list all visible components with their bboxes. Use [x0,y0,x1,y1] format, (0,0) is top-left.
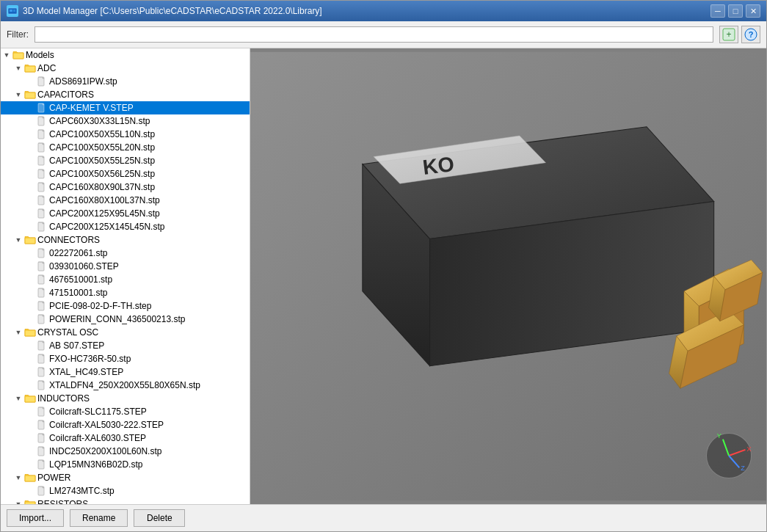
file-icon [36,300,48,312]
add-model-button[interactable]: + [719,26,738,43]
tree-item-cap-kemet[interactable]: CAP-KEMET V.STEP [1,101,250,114]
tree-item-xtal_hc49[interactable]: XTAL_HC49.STEP [1,365,250,379]
tree-item-capc100x50x56l25[interactable]: CAPC100X50X56L25N.stp [1,167,250,181]
preview-panel: KO [250,48,766,504]
file-icon [36,155,48,167]
tree-label-capc200x125x145l45: CAPC200X125X145L45N.stp [48,222,164,232]
maximize-button[interactable]: □ [728,4,743,18]
folder-icon [24,498,36,504]
tree-item-fxo_hc736r[interactable]: FXO-HC736R-50.stp [1,352,250,365]
tree-item-pcie098[interactable]: PCIE-098-02-D-F-TH.step [1,299,250,313]
filter-input[interactable] [34,26,713,43]
tree-label-ads8691ipw: ADS8691IPW.stp [48,76,117,87]
tree-item-indc250x200[interactable]: INDC250X200X100L60N.stp [1,445,250,458]
tree-label-crystal_osc: CRYSTAL OSC [36,327,98,338]
tree-item-resistors[interactable]: ▼ RESISTORS [1,498,250,504]
tree-item-capc160x80x100l37[interactable]: CAPC160X80X100L37N.stp [1,194,250,207]
svg-text:Z: Z [741,464,745,472]
close-button[interactable]: ✕ [746,4,760,18]
tree-item-connectors[interactable]: ▼ CONNECTORS [1,233,250,247]
tree-label-capc160x80x90l37: CAPC160X80X90L37N.stp [48,182,155,192]
tree-label-471510001: 471510001.stp [48,288,107,298]
tree-item-022272061[interactable]: 022272061.stp [1,247,250,260]
tree-label-capc100x50x55l10: CAPC100X50X55L10N.stp [48,129,155,139]
title-bar-left: 3D Model Manager [C:\Users\Public\eCADST… [7,5,322,17]
expand-icon: ▼ [12,234,24,246]
svg-rect-8 [25,66,35,72]
app-icon [7,5,18,17]
svg-text:X: X [747,445,752,453]
file-icon [36,168,48,180]
file-icon [36,445,48,457]
tree-label-capc60x30: CAPC60X30X33L15N.stp [48,116,150,126]
minimize-button[interactable]: ─ [710,4,725,18]
tree-label-capc100x50x55l20: CAPC100X50X55L20N.stp [48,142,155,153]
svg-rect-62 [25,330,35,336]
tree-item-coilcraft_xal6030[interactable]: Coilcraft-XAL6030.STEP [1,431,250,445]
file-icon [36,208,48,219]
tree-label-pcie098: PCIE-098-02-D-F-TH.step [48,301,151,311]
model-view: KO [250,48,766,504]
svg-text:+: + [726,29,731,40]
tree-item-capc200x125x95l45[interactable]: CAPC200X125X95L45N.stp [1,207,250,220]
tree-item-models[interactable]: ▼ Models [1,48,250,62]
file-icon [36,274,48,285]
folder-icon [24,472,36,484]
tree-item-inductors[interactable]: ▼ INDUCTORS [1,392,250,405]
help-button[interactable]: ? [741,26,760,43]
tree-item-capc60x30[interactable]: CAPC60X30X33L15N.stp [1,114,250,128]
tree-item-adc[interactable]: ▼ ADC [1,62,250,75]
file-icon [36,102,48,114]
svg-rect-75 [25,396,35,402]
tree-item-lm2743mtc[interactable]: LM2743MTC.stp [1,484,250,498]
svg-rect-12 [25,92,35,98]
tree-item-crystal_osc[interactable]: ▼ CRYSTAL OSC [1,326,250,339]
tree-item-capacitors[interactable]: ▼ CAPACITORS [1,88,250,101]
tree-item-coilcraft_slc1175[interactable]: Coilcraft-SLC1175.STEP [1,405,250,418]
import-button[interactable]: Import... [7,509,64,527]
folder-icon [24,62,36,74]
delete-button[interactable]: Delete [134,509,185,527]
rename-button[interactable]: Rename [70,509,128,527]
tree-item-xtaldfn4[interactable]: XTALDFN4_250X200X55L80X65N.stp [1,379,250,392]
file-icon [36,459,48,470]
tree-label-abs07: AB S07.STEP [48,340,104,351]
svg-rect-7 [13,53,23,59]
tree-scroll[interactable]: ▼ Models▼ ADC ADS8691IPW.stp▼ CAPACITO [1,48,250,504]
tree-label-xtaldfn4: XTALDFN4_250X200X55L80X65N.stp [48,380,200,390]
folder-icon [24,393,36,404]
filter-label: Filter: [7,29,29,40]
tree-label-022272061: 022272061.stp [48,248,107,258]
main-content: ▼ Models▼ ADC ADS8691IPW.stp▼ CAPACITO [1,48,766,504]
tree-label-powerin_conn: POWERIN_CONN_436500213.stp [48,314,185,324]
tree-item-lqp15mn3n6b02d[interactable]: LQP15MN3N6B02D.stp [1,458,250,471]
tree-item-capc200x125x145l45[interactable]: CAPC200X125X145L45N.stp [1,220,250,233]
file-icon [36,340,48,351]
svg-text:?: ? [749,30,754,39]
tree-label-capacitors: CAPACITORS [36,90,94,100]
tree-item-039301060[interactable]: 039301060.STEP [1,260,250,273]
tree-panel: ▼ Models▼ ADC ADS8691IPW.stp▼ CAPACITO [1,48,250,504]
file-icon [36,485,48,497]
tree-item-ads8691ipw[interactable]: ADS8691IPW.stp [1,75,250,88]
tree-item-abs07[interactable]: AB S07.STEP [1,339,250,352]
expand-icon: ▼ [12,327,24,338]
svg-rect-2 [13,10,15,12]
tree-item-coilcraft_xal5030[interactable]: Coilcraft-XAL5030-222.STEP [1,418,250,431]
file-icon [36,194,48,206]
tree-item-471510001[interactable]: 471510001.stp [1,286,250,299]
file-icon [36,115,48,127]
tree-item-capc100x50x55l25[interactable]: CAPC100X50X55L25N.stp [1,154,250,167]
tree-label-4676510001: 4676510001.stp [48,274,112,285]
tree-label-lm2743mtc: LM2743MTC.stp [48,486,114,496]
tree-item-capc100x50x55l20[interactable]: CAPC100X50X55L20N.stp [1,141,250,154]
tree-label-indc250x200: INDC250X200X100L60N.stp [48,446,161,456]
tree-label-adc: ADC [36,63,56,73]
tree-item-capc100x50x55l10[interactable]: CAPC100X50X55L10N.stp [1,128,250,141]
tree-item-capc160x80x90l37[interactable]: CAPC160X80X90L37N.stp [1,181,250,194]
tree-label-xtal_hc49: XTAL_HC49.STEP [48,367,123,377]
tree-item-4676510001[interactable]: 4676510001.stp [1,273,250,286]
folder-icon [24,327,36,338]
tree-item-power[interactable]: ▼ POWER [1,471,250,484]
tree-item-powerin_conn[interactable]: POWERIN_CONN_436500213.stp [1,313,250,326]
